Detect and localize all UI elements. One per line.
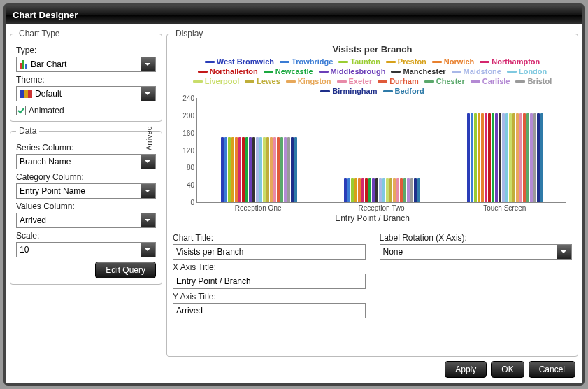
- bar: [273, 137, 276, 202]
- theme-select[interactable]: Default: [16, 86, 156, 101]
- chart-type-legend: Chart Type: [16, 29, 62, 38]
- y-axis-title-label: Y Axis Title:: [173, 292, 366, 302]
- data-legend: Data: [16, 126, 39, 136]
- legend-item: Bristol: [515, 77, 552, 85]
- x-axis-ticks: Reception OneReception TwoTouch Screen: [196, 204, 566, 212]
- legend-item: Northampton: [480, 57, 540, 66]
- series-column-label: Series Column:: [16, 143, 156, 153]
- bar: [235, 137, 238, 202]
- bar: [512, 113, 515, 202]
- bar: [351, 178, 354, 202]
- bar: [492, 113, 494, 202]
- bar: [344, 178, 347, 202]
- bar: [224, 137, 227, 202]
- bar-group: [320, 98, 443, 202]
- x-axis-label: Entry Point / Branch: [173, 213, 572, 223]
- bar: [284, 137, 287, 202]
- bar: [231, 137, 234, 202]
- bar: [228, 137, 231, 202]
- legend-item: Kingston: [286, 77, 331, 85]
- chart-title-input[interactable]: [173, 244, 366, 260]
- chart-legend: West BromwichTrowbridgeTauntonPrestonNor…: [173, 57, 572, 95]
- chevron-down-icon: [141, 213, 155, 227]
- label-rotation-value: None: [383, 247, 403, 257]
- bar: [540, 113, 543, 202]
- type-value: Bar Chart: [31, 59, 66, 69]
- legend-item: Carlisle: [471, 77, 510, 85]
- bar: [537, 113, 540, 202]
- chart-plot: 04080120160200240: [196, 98, 566, 203]
- bar: [245, 137, 248, 202]
- right-panel: Display Visists per Branch West Bromwich…: [166, 29, 578, 357]
- theme-value: Default: [35, 89, 62, 99]
- legend-item: Taunton: [338, 57, 380, 66]
- chevron-down-icon: [141, 87, 155, 101]
- bar: [221, 137, 224, 202]
- bar: [505, 113, 508, 202]
- legend-item: Chester: [424, 77, 465, 85]
- bar: [259, 137, 262, 202]
- y-axis-title-input[interactable]: [173, 303, 366, 318]
- legend-item: Bedford: [383, 87, 424, 95]
- category-column-select[interactable]: Entry Point Name: [16, 183, 156, 199]
- bar: [386, 178, 389, 202]
- legend-item: Middlesbrough: [319, 67, 386, 76]
- scale-select[interactable]: 10: [16, 242, 156, 257]
- chevron-down-icon: [141, 243, 155, 257]
- scale-label: Scale:: [16, 231, 156, 241]
- dialog-title: Chart Designer: [6, 6, 582, 24]
- bar: [291, 137, 294, 202]
- y-axis-label: Arrived: [145, 126, 153, 150]
- bar: [499, 113, 501, 202]
- animated-checkbox[interactable]: [16, 106, 26, 115]
- bar: [354, 178, 357, 202]
- legend-item: Preston: [386, 57, 426, 66]
- bar: [238, 137, 241, 202]
- bar: [400, 178, 403, 202]
- bar: [287, 137, 290, 202]
- label-rotation-select[interactable]: None: [380, 244, 573, 260]
- display-legend: Display: [173, 29, 206, 38]
- bar: [396, 178, 399, 202]
- bar: [533, 113, 536, 202]
- x-axis-title-input[interactable]: [173, 274, 366, 289]
- bar: [372, 178, 375, 202]
- legend-item: Lewes: [245, 77, 280, 85]
- bar: [523, 113, 526, 202]
- values-column-value: Arrived: [20, 215, 46, 225]
- bar: [530, 113, 533, 202]
- bar: [509, 113, 512, 202]
- legend-item: London: [507, 67, 547, 76]
- dialog-footer: Apply OK Cancel: [6, 357, 582, 383]
- series-column-select[interactable]: Branch Name: [16, 154, 156, 169]
- bar: [375, 178, 378, 202]
- x-tick: Touch Screen: [443, 204, 566, 212]
- bar: [414, 178, 417, 202]
- category-column-value: Entry Point Name: [20, 186, 85, 196]
- bar: [266, 137, 269, 202]
- bar: [467, 113, 470, 202]
- edit-query-button[interactable]: Edit Query: [95, 262, 156, 278]
- bar: [519, 113, 522, 202]
- bar-chart-icon: [20, 60, 28, 69]
- ok-button[interactable]: OK: [491, 361, 524, 378]
- bar: [249, 137, 252, 202]
- bar: [382, 178, 385, 202]
- bar: [379, 178, 382, 202]
- legend-item: Newcastle: [264, 67, 313, 76]
- chart-title-label: Chart Title:: [173, 233, 366, 243]
- apply-button[interactable]: Apply: [445, 361, 487, 378]
- cancel-button[interactable]: Cancel: [529, 361, 575, 378]
- bar: [294, 137, 297, 202]
- scale-value: 10: [20, 245, 29, 255]
- chevron-down-icon: [141, 57, 155, 71]
- animated-label: Animated: [29, 106, 64, 115]
- values-column-select[interactable]: Arrived: [16, 213, 156, 228]
- bar: [361, 178, 364, 202]
- legend-item: Maidstone: [452, 67, 501, 76]
- theme-swatch-icon: [20, 90, 32, 98]
- bar: [495, 113, 498, 202]
- data-fieldset: Data Series Column: Branch Name Category…: [10, 126, 162, 285]
- bar: [471, 113, 473, 202]
- type-select[interactable]: Bar Chart: [16, 57, 156, 72]
